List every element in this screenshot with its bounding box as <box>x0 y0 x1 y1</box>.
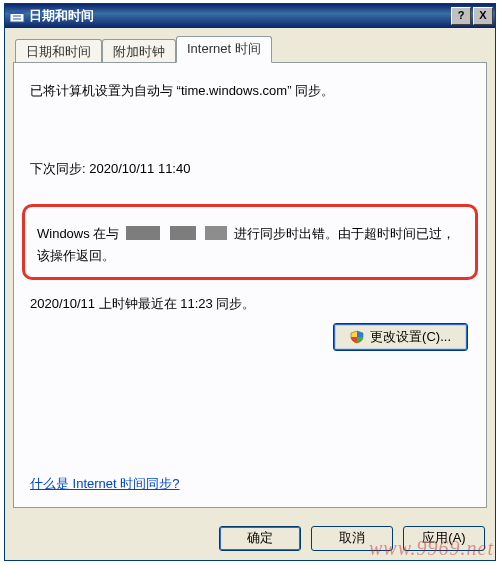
error-highlight-box: Windows 在与 进行同步时出错。由于超时时间已过，该操作返回。 <box>22 204 478 280</box>
change-settings-row: 更改设置(C)... <box>333 323 468 351</box>
client-area: 日期和时间 附加时钟 Internet 时间 已将计算机设置为自动与 “time… <box>5 28 495 516</box>
ok-button[interactable]: 确定 <box>219 526 301 551</box>
titlebar: 日期和时间 ? X <box>5 4 495 28</box>
change-settings-button[interactable]: 更改设置(C)... <box>333 323 468 351</box>
window-title: 日期和时间 <box>29 7 449 25</box>
svg-rect-1 <box>10 11 24 14</box>
sync-status-suffix: ” 同步。 <box>287 83 334 98</box>
redacted-block <box>126 226 160 240</box>
redacted-block <box>170 226 196 240</box>
tab-panel-internet-time: 已将计算机设置为自动与 “time.windows.com” 同步。 下次同步:… <box>13 62 487 508</box>
clock-icon <box>9 8 25 24</box>
redacted-block <box>205 226 227 240</box>
sync-status-prefix: 已将计算机设置为自动与 “ <box>30 83 181 98</box>
tab-additional-clocks[interactable]: 附加时钟 <box>102 39 176 64</box>
dialog-button-row: 确定 取消 应用(A) <box>5 516 495 560</box>
cancel-button[interactable]: 取消 <box>311 526 393 551</box>
tab-internet-time[interactable]: Internet 时间 <box>176 36 272 63</box>
uac-shield-icon <box>350 330 364 344</box>
change-settings-label: 更改设置(C)... <box>370 328 451 346</box>
tab-datetime[interactable]: 日期和时间 <box>15 39 102 64</box>
help-link-row: 什么是 Internet 时间同步? <box>30 455 470 493</box>
next-sync-label: 下次同步: <box>30 161 89 176</box>
error-prefix: Windows 在与 <box>37 226 119 241</box>
sync-server-name: time.windows.com <box>181 83 287 98</box>
tab-strip: 日期和时间 附加时钟 Internet 时间 <box>13 36 487 63</box>
dialog-window: 日期和时间 ? X 日期和时间 附加时钟 Internet 时间 已将计算机设置… <box>4 3 496 561</box>
what-is-internet-time-sync-link[interactable]: 什么是 Internet 时间同步? <box>30 476 180 491</box>
help-button[interactable]: ? <box>451 7 471 25</box>
next-sync-line: 下次同步: 2020/10/11 11:40 <box>30 159 470 179</box>
apply-button[interactable]: 应用(A) <box>403 526 485 551</box>
next-sync-value: 2020/10/11 11:40 <box>89 161 190 176</box>
close-button[interactable]: X <box>473 7 493 25</box>
last-sync-line: 2020/10/11 上时钟最近在 11:23 同步。 <box>30 294 470 314</box>
sync-status-line: 已将计算机设置为自动与 “time.windows.com” 同步。 <box>30 81 470 101</box>
